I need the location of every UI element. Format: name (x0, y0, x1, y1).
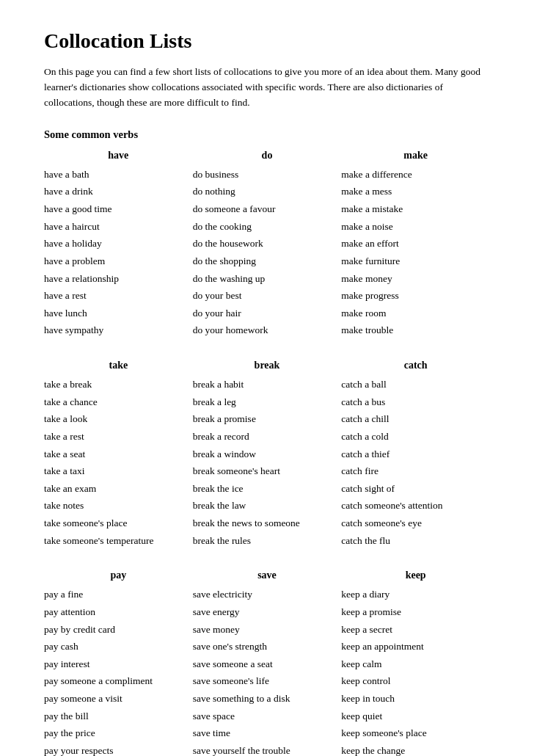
list-item: break the ice (193, 480, 342, 498)
list-item: keep a promise (341, 603, 490, 621)
list-item: take a rest (44, 428, 193, 446)
list-item: keep a secret (341, 621, 490, 639)
col-have-header: have (44, 150, 193, 161)
list-item: keep in touch (341, 690, 490, 708)
list-item: have a good time (44, 200, 193, 218)
list-item: do your best (193, 287, 342, 305)
list-item: have a rest (44, 287, 193, 305)
list-item: do the housework (193, 235, 342, 252)
list-item: make trouble (341, 321, 490, 339)
col-pay: pay pay a fine pay attention pay by cred… (44, 570, 193, 756)
list-item: have a haircut (44, 218, 193, 236)
list-item: make furniture (341, 252, 490, 270)
col-do: do do business do nothing do someone a f… (193, 150, 342, 339)
list-item: catch a ball (341, 376, 490, 393)
list-item: save electricity (193, 586, 342, 603)
col-do-list: do business do nothing do someone a favo… (193, 166, 342, 339)
col-make: make make a difference make a mess make … (341, 150, 490, 339)
list-item: pay someone a visit (44, 690, 193, 708)
list-item: take a taxi (44, 462, 193, 480)
page-title: Collocation Lists (44, 29, 490, 53)
list-item: pay your respects (44, 742, 193, 756)
list-item: break a record (193, 428, 342, 446)
list-item: catch a bus (341, 393, 490, 411)
list-item: keep an appointment (341, 638, 490, 655)
list-item: make a mess (341, 183, 490, 200)
list-item: make room (341, 305, 490, 322)
list-item: do your hair (193, 305, 342, 322)
list-item: save someone a seat (193, 655, 342, 673)
list-item: save energy (193, 603, 342, 621)
list-item: do nothing (193, 183, 342, 200)
col-break-header: break (193, 360, 342, 371)
section1-grid: have have a bath have a drink have a goo… (44, 150, 490, 339)
col-have: have have a bath have a drink have a goo… (44, 150, 193, 339)
list-item: make an effort (341, 235, 490, 252)
list-item: save someone's life (193, 672, 342, 690)
list-item: pay attention (44, 603, 193, 621)
list-item: have a relationship (44, 270, 193, 288)
col-break-list: break a habit break a leg break a promis… (193, 376, 342, 549)
col-do-header: do (193, 150, 342, 161)
list-item: break a window (193, 446, 342, 463)
list-item: do the shopping (193, 252, 342, 270)
list-item: take someone's temperature (44, 532, 193, 550)
list-item: take an exam (44, 480, 193, 498)
section2-grid: take take a break take a chance take a l… (44, 360, 490, 549)
col-make-header: make (341, 150, 490, 161)
list-item: have a drink (44, 183, 193, 200)
list-item: have sympathy (44, 321, 193, 339)
col-save: save save electricity save energy save m… (193, 570, 342, 756)
list-item: catch the flu (341, 532, 490, 550)
list-item: pay by credit card (44, 621, 193, 639)
col-save-header: save (193, 570, 342, 581)
col-have-list: have a bath have a drink have a good tim… (44, 166, 193, 339)
list-item: catch sight of (341, 480, 490, 498)
list-item: do your homework (193, 321, 342, 339)
list-item: break a leg (193, 393, 342, 411)
list-item: have a problem (44, 252, 193, 270)
col-catch-header: catch (341, 360, 490, 371)
list-item: do business (193, 166, 342, 183)
list-item: pay interest (44, 655, 193, 673)
list-item: take notes (44, 497, 193, 515)
list-item: pay the bill (44, 708, 193, 725)
list-item: take someone's place (44, 515, 193, 532)
list-item: make a noise (341, 218, 490, 236)
list-item: take a look (44, 410, 193, 428)
list-item: make progress (341, 287, 490, 305)
list-item: break the law (193, 497, 342, 515)
list-item: keep calm (341, 655, 490, 673)
list-item: save money (193, 621, 342, 639)
list-item: catch a thief (341, 446, 490, 463)
list-item: break someone's heart (193, 462, 342, 480)
list-item: make a mistake (341, 200, 490, 218)
list-item: do the washing up (193, 270, 342, 288)
col-take-header: take (44, 360, 193, 371)
list-item: break the news to someone (193, 515, 342, 532)
col-catch: catch catch a ball catch a bus catch a c… (341, 360, 490, 549)
list-item: have lunch (44, 305, 193, 322)
col-keep-header: keep (341, 570, 490, 581)
list-item: keep a diary (341, 586, 490, 603)
list-item: pay cash (44, 638, 193, 655)
list-item: keep someone's place (341, 724, 490, 742)
intro-text: On this page you can find a few short li… (44, 65, 490, 111)
list-item: catch fire (341, 462, 490, 480)
list-item: pay a fine (44, 586, 193, 603)
list-item: save time (193, 724, 342, 742)
list-item: catch a cold (341, 428, 490, 446)
list-item: catch someone's attention (341, 497, 490, 515)
list-item: do someone a favour (193, 200, 342, 218)
list-item: pay someone a compliment (44, 672, 193, 690)
col-pay-header: pay (44, 570, 193, 581)
col-pay-list: pay a fine pay attention pay by credit c… (44, 586, 193, 756)
list-item: have a holiday (44, 235, 193, 252)
list-item: save yourself the trouble (193, 742, 342, 756)
section3-grid: pay pay a fine pay attention pay by cred… (44, 570, 490, 756)
col-catch-list: catch a ball catch a bus catch a chill c… (341, 376, 490, 549)
col-save-list: save electricity save energy save money … (193, 586, 342, 756)
list-item: do the cooking (193, 218, 342, 236)
list-item: catch someone's eye (341, 515, 490, 532)
list-item: take a chance (44, 393, 193, 411)
